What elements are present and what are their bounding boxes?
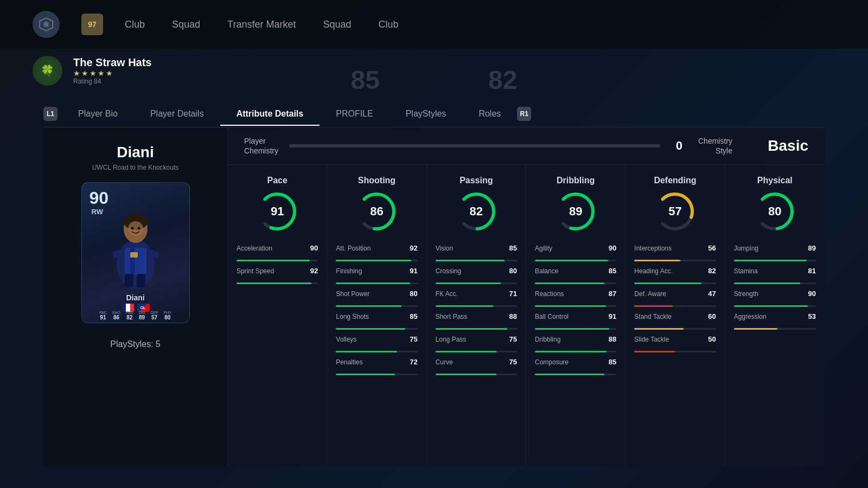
attr-bar-container-physical-3 (734, 328, 816, 330)
attr-bar-container-defending-1 (634, 282, 716, 284)
card-stat-pas: PAS 82 (126, 311, 133, 320)
attr-item-physical-0: Jumping 89 (734, 244, 816, 261)
attr-row-dribbling-1: Balance 85 (535, 267, 616, 275)
attr-item-dribbling-0: Agility 90 (535, 244, 616, 261)
attr-value-physical-3: 53 (801, 312, 816, 320)
card-stat-pac: PAC 91 (99, 311, 107, 320)
attr-bar-fill-physical-3 (734, 328, 777, 330)
attr-value-shooting-0: 92 (403, 244, 418, 252)
gauge-value-defending: 57 (668, 204, 681, 219)
card-player-image (92, 199, 179, 291)
attr-bar-container-physical-0 (734, 260, 816, 261)
attr-bar-fill-passing-2 (436, 305, 494, 307)
attr-bar-fill-pace-1 (237, 282, 311, 284)
playstyles-text: PlayStyles: 5 (110, 339, 160, 349)
attr-bar-fill-passing-1 (436, 282, 501, 284)
attr-bar-container-dribbling-1 (535, 282, 616, 284)
attr-name-shooting-1: Finishing (336, 267, 402, 275)
card-stat-dri: DRI 89 (139, 311, 145, 320)
attr-category-physical: Physical 80 Jumping 89 (725, 165, 825, 466)
attr-category-dribbling: Dribbling 89 Agility 90 (526, 165, 626, 466)
attr-bar-container-dribbling-5 (535, 374, 616, 375)
attr-row-passing-5: Curve 75 (436, 358, 517, 366)
attr-name-pace-1: Sprint Speed (237, 267, 303, 275)
attr-bar-fill-shooting-2 (336, 305, 401, 307)
right-panel: PlayerChemistry 0 ChemistryStyle Basic P… (228, 127, 825, 466)
tab-playstyles[interactable]: PlayStyles (390, 102, 463, 125)
attr-bar-fill-dribbling-1 (535, 282, 604, 284)
nav-link-transfer[interactable]: Transfer Market (227, 19, 296, 30)
tab-attribute-details[interactable]: Attribute Details (220, 102, 320, 125)
tab-player-details[interactable]: Player Details (134, 102, 220, 125)
attr-item-pace-1: Sprint Speed 92 (237, 267, 318, 284)
attr-row-defending-4: Slide Tackle 50 (634, 335, 716, 343)
svg-rect-5 (130, 248, 135, 275)
gauge-passing: 82 (455, 190, 498, 233)
attr-row-passing-1: Crossing 80 (436, 267, 517, 275)
gauge-defending: 57 (653, 190, 697, 233)
attr-value-passing-2: 71 (502, 290, 517, 298)
attr-row-defending-3: Stand Tackle 60 (634, 312, 716, 320)
tab-player-bio[interactable]: Player Bio (62, 102, 134, 125)
attr-value-passing-4: 75 (502, 335, 517, 343)
tab-profile[interactable]: PROFILE (320, 102, 389, 125)
player-illustration (98, 199, 174, 291)
attr-row-shooting-3: Long Shots 85 (336, 312, 417, 320)
attr-bar-fill-shooting-1 (336, 282, 410, 284)
tab-roles[interactable]: Roles (462, 102, 517, 125)
svg-point-10 (128, 221, 143, 236)
attr-value-dribbling-2: 87 (601, 290, 616, 298)
attr-name-passing-4: Long Pass (436, 336, 502, 343)
attr-value-shooting-1: 91 (403, 267, 418, 275)
attr-item-defending-3: Stand Tackle 60 (634, 312, 716, 330)
attr-bar-container-shooting-1 (336, 282, 417, 284)
attr-row-dribbling-0: Agility 90 (535, 244, 616, 252)
chemistry-slider[interactable] (289, 144, 660, 147)
attr-value-shooting-4: 75 (403, 335, 418, 343)
attr-name-physical-2: Strength (734, 290, 801, 298)
attr-name-defending-4: Slide Tackle (634, 336, 700, 343)
player-subtitle: UWCL Road to the Knockouts (92, 164, 179, 171)
attr-name-physical-0: Jumping (734, 245, 801, 252)
club-logo: 🍀 (33, 56, 62, 86)
nav-link-club2[interactable]: Club (379, 19, 399, 30)
svg-point-11 (131, 227, 133, 230)
gauge-dribbling: 89 (554, 190, 597, 233)
attr-row-physical-0: Jumping 89 (734, 244, 816, 252)
attr-row-defending-2: Def. Aware 47 (634, 290, 716, 298)
attr-row-shooting-5: Penalties 72 (336, 358, 417, 366)
basic-label: Basic (743, 137, 808, 155)
attr-bar-container-dribbling-3 (535, 328, 616, 330)
attr-bar-fill-dribbling-0 (535, 260, 608, 261)
attr-row-physical-1: Stamina 81 (734, 267, 816, 275)
attr-bar-container-defending-4 (634, 351, 716, 352)
club-logo-emoji: 🍀 (41, 64, 54, 77)
attr-bar-fill-pace-0 (237, 260, 310, 261)
attr-name-passing-5: Curve (436, 358, 502, 366)
gauge-value-shooting: 86 (370, 204, 383, 219)
gauge-physical: 80 (753, 190, 796, 233)
attr-value-passing-1: 80 (502, 267, 517, 275)
attr-bar-fill-defending-4 (634, 351, 675, 352)
gauge-pace: 91 (256, 190, 299, 233)
attr-value-defending-3: 60 (701, 312, 716, 320)
attr-item-shooting-0: Att. Position 92 (336, 244, 417, 261)
attr-name-defending-0: Interceptions (634, 245, 700, 252)
attr-item-defending-1: Heading Acc. 82 (634, 267, 716, 284)
nav-link-club[interactable]: Club (125, 19, 145, 30)
attr-name-dribbling-3: Ball Control (535, 313, 601, 320)
svg-point-0 (43, 22, 49, 27)
attr-item-dribbling-5: Composure 85 (535, 358, 616, 375)
attr-value-physical-2: 90 (801, 290, 816, 298)
attr-name-shooting-5: Penalties (336, 358, 402, 366)
category-header-pace: Pace 91 (237, 176, 318, 240)
attr-name-defending-3: Stand Tackle (634, 313, 700, 320)
card-stat-sho: SHO 86 (112, 311, 120, 320)
attr-item-shooting-4: Volleys 75 (336, 335, 417, 352)
attr-row-shooting-2: Shot Power 80 (336, 290, 417, 298)
nav-links: Club Squad Transfer Market Squad Club (125, 19, 399, 30)
attr-bar-container-passing-3 (436, 328, 517, 330)
nav-link-squad[interactable]: Squad (172, 19, 200, 30)
nav-link-squad2[interactable]: Squad (323, 19, 351, 30)
attr-bar-fill-physical-0 (734, 260, 807, 261)
